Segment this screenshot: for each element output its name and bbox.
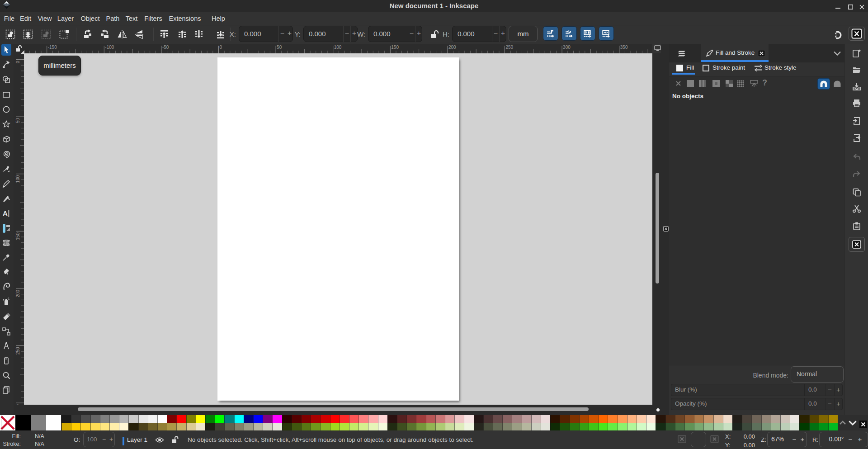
svg-text:-150: -150 [48,45,57,50]
svg-text:150: 150 [15,232,20,240]
svg-text:50: 50 [15,118,20,123]
svg-text:200: 200 [448,45,456,50]
svg-text:0: 0 [15,61,20,63]
svg-text:50: 50 [277,45,282,50]
svg-text:300: 300 [563,45,571,50]
svg-text:-50: -50 [162,45,169,50]
svg-text:100: 100 [334,45,342,50]
svg-text:150: 150 [391,45,399,50]
svg-text:250: 250 [506,45,514,50]
svg-text:200: 200 [15,289,20,297]
svg-text:A: A [3,209,8,217]
svg-text:0: 0 [220,45,222,50]
svg-text:-100: -100 [105,45,114,50]
svg-text:250: 250 [15,347,20,354]
svg-text:350: 350 [620,45,628,50]
svg-text:100: 100 [15,175,20,183]
